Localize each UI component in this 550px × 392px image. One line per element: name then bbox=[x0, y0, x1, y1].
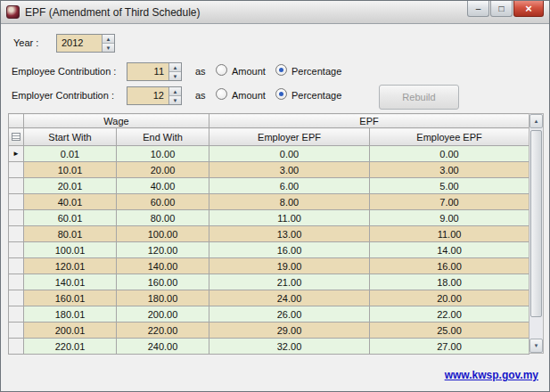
row-indicator[interactable] bbox=[9, 226, 24, 242]
row-indicator[interactable] bbox=[9, 274, 24, 290]
cell[interactable]: 10.01 bbox=[24, 162, 117, 178]
row-indicator[interactable] bbox=[9, 306, 24, 323]
cell[interactable]: 100.01 bbox=[24, 242, 117, 258]
employee-amount-label[interactable]: Amount bbox=[232, 66, 266, 77]
cell[interactable]: 13.00 bbox=[209, 226, 370, 242]
cell[interactable]: 22.00 bbox=[370, 306, 529, 323]
cell[interactable]: 29.00 bbox=[209, 323, 370, 339]
table-row[interactable]: 160.01180.0024.0020.00 bbox=[9, 290, 529, 306]
cell[interactable]: 20.00 bbox=[117, 162, 209, 178]
row-indicator[interactable] bbox=[9, 162, 24, 178]
cell[interactable]: 6.00 bbox=[209, 178, 370, 194]
employee-contribution-value[interactable]: 11 bbox=[127, 63, 168, 80]
cell[interactable]: 11.00 bbox=[370, 226, 529, 242]
cell[interactable]: 7.00 bbox=[370, 194, 529, 210]
row-indicator[interactable] bbox=[9, 210, 24, 226]
cell[interactable]: 19.00 bbox=[209, 258, 370, 274]
row-indicator[interactable] bbox=[9, 323, 24, 339]
cell[interactable]: 200.01 bbox=[24, 323, 117, 339]
employer-contribution-value[interactable]: 12 bbox=[127, 87, 168, 104]
cell[interactable]: 60.00 bbox=[117, 194, 209, 210]
grid-vertical-scrollbar[interactable]: ▲ ▼ bbox=[529, 113, 544, 354]
cell[interactable]: 24.00 bbox=[209, 290, 370, 306]
cell[interactable]: 120.00 bbox=[117, 242, 209, 258]
row-indicator[interactable] bbox=[9, 290, 24, 306]
cell[interactable]: 200.00 bbox=[117, 306, 209, 323]
kwsp-website-link[interactable]: www.kwsp.gov.my bbox=[445, 369, 538, 381]
table-row[interactable]: 140.01160.0021.0018.00 bbox=[9, 274, 529, 290]
cell[interactable]: 40.01 bbox=[24, 194, 117, 210]
year-value[interactable]: 2012 bbox=[57, 35, 102, 52]
close-button[interactable]: × bbox=[513, 1, 544, 17]
cell[interactable]: 16.00 bbox=[209, 242, 370, 258]
cell[interactable]: 18.00 bbox=[370, 274, 529, 290]
app-icon[interactable] bbox=[6, 5, 20, 19]
cell[interactable]: 120.01 bbox=[24, 258, 117, 274]
cell[interactable]: 140.01 bbox=[24, 274, 117, 290]
row-indicator[interactable] bbox=[9, 258, 24, 274]
employer-amount-radio[interactable] bbox=[216, 88, 227, 100]
cell[interactable]: 100.00 bbox=[117, 226, 209, 242]
cell[interactable]: 20.01 bbox=[24, 178, 117, 194]
cell[interactable]: 14.00 bbox=[370, 242, 529, 258]
cell[interactable]: 9.00 bbox=[370, 210, 529, 226]
year-spinner[interactable]: 2012 ▲ ▼ bbox=[56, 34, 115, 53]
cell[interactable]: 240.00 bbox=[117, 339, 209, 355]
employee-spin-up-icon[interactable]: ▲ bbox=[169, 63, 181, 72]
cell[interactable]: 220.01 bbox=[24, 339, 117, 355]
cell[interactable]: 80.01 bbox=[24, 226, 117, 242]
title-bar[interactable]: EPF (Amendment of Third Schedule) – □ × bbox=[1, 1, 549, 24]
cell[interactable]: 80.00 bbox=[117, 210, 209, 226]
employee-spin-down-icon[interactable]: ▼ bbox=[169, 72, 181, 80]
cell[interactable]: 60.01 bbox=[24, 210, 117, 226]
employer-spin-down-icon[interactable]: ▼ bbox=[169, 96, 181, 104]
employee-percentage-label[interactable]: Percentage bbox=[291, 66, 341, 77]
table-row[interactable]: 220.01240.0032.0027.00 bbox=[9, 339, 529, 355]
employee-percentage-radio[interactable] bbox=[275, 64, 287, 76]
table-row[interactable]: 20.0140.006.005.00 bbox=[9, 178, 529, 194]
minimize-button[interactable]: – bbox=[467, 1, 489, 17]
cell[interactable]: 5.00 bbox=[370, 178, 529, 194]
cell[interactable]: 3.00 bbox=[370, 162, 529, 178]
cell[interactable]: 140.00 bbox=[117, 258, 209, 274]
row-indicator[interactable] bbox=[9, 339, 24, 355]
cell[interactable]: 40.00 bbox=[117, 178, 209, 194]
scroll-up-icon[interactable]: ▲ bbox=[529, 114, 543, 128]
cell[interactable]: 160.00 bbox=[117, 274, 209, 290]
cell[interactable]: 8.00 bbox=[209, 194, 370, 210]
scroll-down-icon[interactable]: ▼ bbox=[529, 339, 543, 353]
employer-contribution-spinner[interactable]: 12 ▲ ▼ bbox=[127, 86, 182, 105]
cell[interactable]: 20.00 bbox=[370, 290, 529, 306]
row-indicator[interactable] bbox=[9, 242, 24, 258]
cell[interactable]: 180.00 bbox=[117, 290, 209, 306]
table-row[interactable]: 200.01220.0029.0025.00 bbox=[9, 323, 529, 339]
table-row[interactable]: 40.0160.008.007.00 bbox=[9, 194, 529, 210]
cell[interactable]: 0.00 bbox=[370, 146, 529, 162]
table-row[interactable]: 100.01120.0016.0014.00 bbox=[9, 242, 529, 258]
employer-percentage-radio[interactable] bbox=[275, 88, 287, 100]
cell[interactable]: 21.00 bbox=[209, 274, 370, 290]
employer-amount-label[interactable]: Amount bbox=[232, 90, 266, 101]
scrollbar-track[interactable] bbox=[529, 128, 543, 339]
row-indicator[interactable] bbox=[9, 178, 24, 194]
cell[interactable]: 3.00 bbox=[209, 162, 370, 178]
table-row[interactable]: 60.0180.0011.009.00 bbox=[9, 210, 529, 226]
row-indicator[interactable] bbox=[9, 194, 24, 210]
year-spin-up-icon[interactable]: ▲ bbox=[103, 35, 114, 44]
cell[interactable]: 25.00 bbox=[370, 323, 529, 339]
employer-percentage-label[interactable]: Percentage bbox=[291, 90, 341, 101]
cell[interactable]: 220.00 bbox=[117, 323, 209, 339]
cell[interactable]: 27.00 bbox=[370, 339, 529, 355]
maximize-button[interactable]: □ bbox=[490, 1, 513, 17]
table-row[interactable]: ►0.0110.000.000.00 bbox=[9, 146, 529, 162]
employer-spin-up-icon[interactable]: ▲ bbox=[169, 87, 181, 96]
cell[interactable]: 0.00 bbox=[209, 146, 370, 162]
year-spin-down-icon[interactable]: ▼ bbox=[103, 44, 114, 52]
table-row[interactable]: 180.01200.0026.0022.00 bbox=[9, 306, 529, 323]
cell[interactable]: 16.00 bbox=[370, 258, 529, 274]
row-indicator[interactable]: ► bbox=[9, 146, 24, 162]
scrollbar-thumb[interactable] bbox=[530, 130, 542, 317]
cell[interactable]: 160.01 bbox=[24, 290, 117, 306]
cell[interactable]: 11.00 bbox=[209, 210, 370, 226]
rebuild-button[interactable]: Rebuild bbox=[379, 85, 459, 110]
